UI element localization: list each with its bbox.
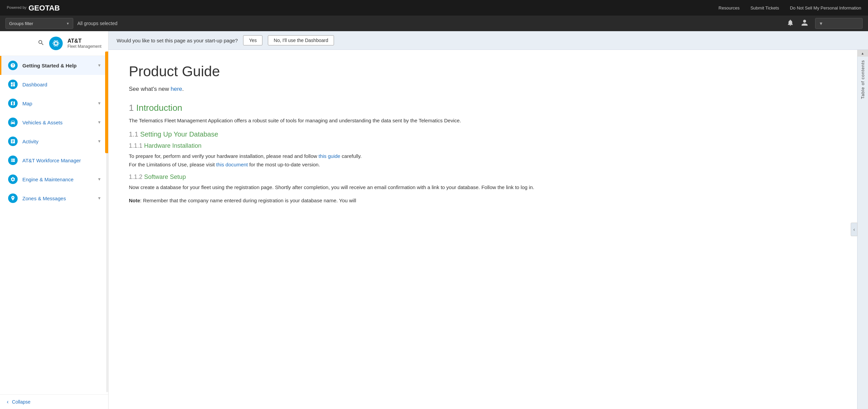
username-display: ▼ xyxy=(819,21,823,26)
guide-subtitle: See what's new here. xyxy=(129,86,841,93)
user-menu-dropdown[interactable]: ▼ xyxy=(815,18,863,29)
toc-collapse-icon: ‹ xyxy=(853,227,855,232)
section1-heading: 1 Introduction xyxy=(129,103,841,113)
section1-para: The Telematics Fleet Management Applicat… xyxy=(129,117,604,125)
engine-chevron: ▼ xyxy=(97,177,101,182)
att-logo-svg xyxy=(51,39,61,48)
dashboard-icon xyxy=(8,80,18,89)
groups-bar: Groups filter ▼ All groups selected ▼ xyxy=(0,16,868,31)
resources-link[interactable]: Resources xyxy=(718,5,739,11)
guide-title: Product Guide xyxy=(129,63,841,80)
startup-question: Would you like to set this page as your … xyxy=(117,38,238,43)
scroll-up-icon: ▲ xyxy=(861,52,864,55)
engine-icon xyxy=(8,175,18,184)
geotab-logo: GEOTAB xyxy=(28,3,69,13)
powered-by-text: Powered by xyxy=(7,5,26,10)
collapse-sidebar-button[interactable]: ‹ Collapse xyxy=(0,394,108,409)
activity-chevron: ▼ xyxy=(97,139,101,144)
all-groups-text: All groups selected xyxy=(77,21,117,26)
main-layout: AT&T Fleet Management Getting Started & … xyxy=(0,31,868,409)
getting-started-icon xyxy=(8,61,18,70)
toc-label: Table of contents xyxy=(860,60,865,99)
sidebar-label-vehicles: Vehicles & Assets xyxy=(22,120,93,125)
sidebar-label-zones: Zones & Messages xyxy=(22,196,93,201)
att-logo xyxy=(49,37,63,50)
startup-banner: Would you like to set this page as your … xyxy=(108,31,868,50)
brand-area: Powered by GEOTAB xyxy=(7,3,69,13)
top-bar: Powered by GEOTAB Resources Submit Ticke… xyxy=(0,0,868,16)
user-profile-icon[interactable] xyxy=(801,19,808,28)
this-guide-link[interactable]: this guide xyxy=(318,153,340,159)
collapse-label: Collapse xyxy=(12,399,30,405)
vehicles-icon xyxy=(8,118,18,127)
workforce-icon xyxy=(8,156,18,165)
section112-para: Now create a database for your fleet usi… xyxy=(129,183,604,192)
this-document-link[interactable]: this document xyxy=(216,162,248,167)
sidebar-header: AT&T Fleet Management xyxy=(0,31,108,56)
groups-filter-dropdown[interactable]: Groups filter ▼ xyxy=(5,18,73,29)
section111-para: To prepare for, perform and verify your … xyxy=(129,152,604,169)
do-not-sell-link[interactable]: Do Not Sell My Personal Information xyxy=(790,5,861,11)
section112-heading: 1.1.2 Software Setup xyxy=(129,173,841,181)
activity-icon xyxy=(8,137,18,146)
zones-chevron: ▼ xyxy=(97,196,101,201)
sidebar-search-icon[interactable] xyxy=(38,39,44,48)
startup-no-button[interactable]: No, I'll use the Dashboard xyxy=(268,35,334,45)
sidebar-label-map: Map xyxy=(22,101,93,106)
sidebar-resize-handle[interactable] xyxy=(105,52,108,153)
section11-heading: 1.1 Setting Up Your Database xyxy=(129,130,841,138)
map-icon xyxy=(8,99,18,108)
sidebar: AT&T Fleet Management Getting Started & … xyxy=(0,31,108,409)
sidebar-item-engine[interactable]: Engine & Maintenance ▼ xyxy=(0,170,108,189)
collapse-chevron-icon: ‹ xyxy=(7,399,8,405)
section111-heading: 1.1.1 Hardware Installation xyxy=(129,142,841,149)
sidebar-item-getting-started[interactable]: Getting Started & Help ▼ xyxy=(0,56,108,75)
content-area: Would you like to set this page as your … xyxy=(108,31,868,409)
content-scroll-up[interactable]: ▲ xyxy=(857,50,868,57)
top-bar-right: Resources Submit Tickets Do Not Sell My … xyxy=(718,5,861,11)
sidebar-label-workforce: AT&T Workforce Manager xyxy=(22,158,101,163)
sidebar-item-activity[interactable]: Activity ▼ xyxy=(0,132,108,151)
groups-filter-arrow: ▼ xyxy=(66,22,70,25)
map-chevron: ▼ xyxy=(97,101,101,106)
sidebar-label-dashboard: Dashboard xyxy=(22,82,101,87)
zones-icon xyxy=(8,193,18,203)
brand-name: AT&T xyxy=(67,38,101,44)
groups-bar-right: ▼ xyxy=(787,18,863,29)
content-wrapper: Product Guide See what's new here. 1 Int… xyxy=(108,50,868,409)
sidebar-item-workforce[interactable]: AT&T Workforce Manager xyxy=(0,151,108,170)
sidebar-brand: AT&T Fleet Management xyxy=(67,38,101,49)
submit-tickets-link[interactable]: Submit Tickets xyxy=(750,5,779,11)
toc-collapse-button[interactable]: ‹ xyxy=(851,223,857,236)
sidebar-item-dashboard[interactable]: Dashboard xyxy=(0,75,108,94)
toc-panel[interactable]: ‹ ▲ Table of contents xyxy=(857,50,868,409)
sidebar-label-engine: Engine & Maintenance xyxy=(22,177,93,182)
sidebar-item-vehicles[interactable]: Vehicles & Assets ▼ xyxy=(0,113,108,132)
groups-filter-label: Groups filter xyxy=(9,21,63,26)
here-link[interactable]: here xyxy=(171,86,182,92)
sidebar-label-getting-started: Getting Started & Help xyxy=(22,63,93,68)
sidebar-item-map[interactable]: Map ▼ xyxy=(0,94,108,113)
vehicles-chevron: ▼ xyxy=(97,120,101,125)
brand-subtitle: Fleet Management xyxy=(67,44,101,49)
getting-started-chevron: ▼ xyxy=(97,63,101,68)
sidebar-label-activity: Activity xyxy=(22,139,93,144)
section112-note: Note: Remember that the company name ent… xyxy=(129,197,604,205)
notifications-icon[interactable] xyxy=(787,19,794,28)
startup-yes-button[interactable]: Yes xyxy=(243,35,262,45)
sidebar-item-zones[interactable]: Zones & Messages ▼ xyxy=(0,189,108,208)
guide-content-scroll[interactable]: Product Guide See what's new here. 1 Int… xyxy=(108,50,868,409)
sidebar-nav: Getting Started & Help ▼ Dashboard Map ▼ xyxy=(0,56,108,394)
svg-text:GEOTAB: GEOTAB xyxy=(28,4,60,12)
